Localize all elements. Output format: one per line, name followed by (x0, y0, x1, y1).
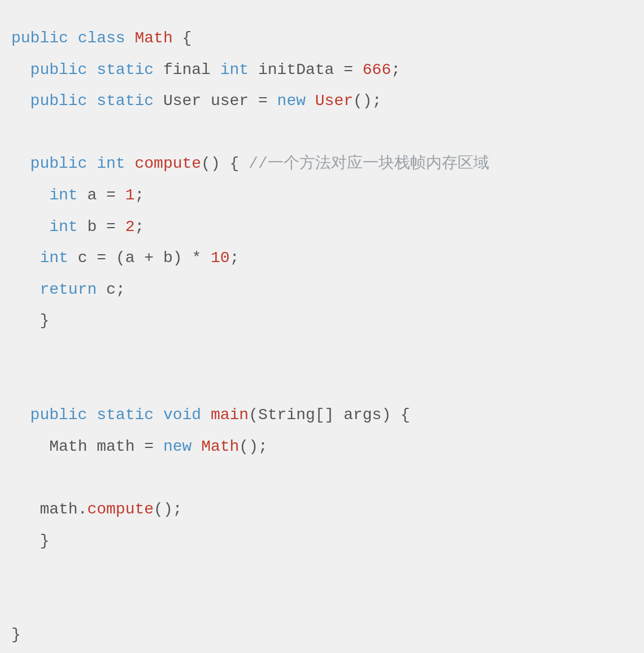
code-line-20: } (11, 619, 633, 651)
brace-open: { (182, 29, 192, 47)
class-name-math: Math (134, 29, 172, 47)
multiply: * (192, 249, 201, 267)
keyword-new-2: new (163, 438, 192, 455)
code-line-9: return c; (11, 274, 633, 306)
code-line-2: public static final int initData = 666; (11, 54, 633, 86)
keyword-public-5: public (31, 406, 88, 424)
ref-a: a (125, 249, 135, 267)
code-line-16: math.compute(); (11, 494, 633, 525)
keyword-class: class (78, 29, 125, 47)
equals-b: = (106, 218, 116, 236)
parens-user: (); (353, 92, 381, 110)
number-10: 10 (211, 249, 230, 267)
brackets-string: [] (315, 406, 334, 424)
brace-compute-close: } (40, 312, 49, 329)
code-line-12 (11, 368, 633, 400)
method-compute: compute (134, 155, 201, 172)
code-viewer: public class Math { public static final … (11, 17, 633, 653)
ref-b: b (163, 249, 173, 267)
code-line-15 (11, 462, 633, 494)
var-a: a (87, 186, 97, 204)
equals-math: = (144, 438, 154, 455)
code-line-17: } (11, 525, 633, 557)
paren-main-open: ( (249, 406, 258, 424)
semi-a: ; (135, 186, 145, 204)
keyword-int-2: int (97, 155, 125, 172)
method-main: main (211, 406, 249, 424)
code-line-19 (11, 588, 633, 620)
keyword-public-2: public (31, 61, 88, 79)
brace-main-close: } (40, 532, 49, 550)
dot: . (78, 500, 88, 518)
var-initdata: initData (258, 61, 334, 79)
parens-math-new: (); (239, 438, 267, 455)
keyword-int-3: int (49, 186, 77, 204)
plus: + (144, 249, 154, 267)
var-c: c (78, 249, 88, 267)
class-math-new: Math (201, 438, 239, 455)
keyword-int: int (220, 61, 249, 79)
method-compute-call: compute (87, 500, 154, 518)
code-line-11 (11, 337, 633, 368)
ref-math: math (40, 500, 77, 518)
type-math: Math (49, 438, 87, 455)
comment-compute: //一个方法对应一块栈帧内存区域 (249, 155, 489, 172)
number-2: 2 (125, 218, 135, 236)
keyword-static-3: static (97, 406, 154, 424)
brace-compute-open: { (230, 155, 240, 172)
type-string: String (258, 406, 315, 424)
code-line-5: public int compute() { //一个方法对应一块栈帧内存区域 (11, 148, 633, 180)
var-b: b (87, 218, 97, 236)
param-args: args (343, 406, 381, 424)
class-user: User (315, 92, 353, 110)
keyword-final: final (163, 61, 211, 79)
equals-c: = (97, 249, 106, 267)
keyword-int-5: int (40, 249, 68, 267)
keyword-public-3: public (31, 92, 88, 110)
keyword-static-2: static (97, 92, 154, 110)
paren-close: ) (173, 249, 182, 267)
semi-c: ; (230, 249, 240, 267)
semicolon: ; (391, 61, 401, 79)
ref-c: c (106, 281, 116, 298)
number-1: 1 (125, 186, 135, 204)
equals-a: = (106, 186, 116, 204)
keyword-static: static (97, 61, 154, 79)
code-line-7: int b = 2; (11, 211, 633, 243)
equals: = (343, 61, 353, 79)
var-math: math (97, 438, 134, 455)
code-line-14: Math math = new Math(); (11, 431, 633, 463)
keyword-void: void (163, 406, 201, 424)
brace-class-close: } (11, 626, 21, 643)
code-line-4 (11, 117, 633, 149)
paren-main-close: ) (381, 406, 391, 424)
code-line-13: public static void main(String[] args) { (11, 399, 633, 431)
code-line-18 (11, 556, 633, 588)
semi-return: ; (116, 281, 125, 298)
keyword-public-4: public (31, 155, 88, 172)
keyword-public: public (11, 29, 68, 47)
code-line-10: } (11, 305, 633, 337)
equals-2: = (258, 92, 268, 110)
keyword-int-4: int (49, 218, 77, 236)
code-line-8: int c = (a + b) * 10; (11, 242, 633, 274)
parens-compute: () (201, 155, 220, 172)
keyword-new: new (277, 92, 306, 110)
var-user: user (211, 92, 249, 110)
code-line-3: public static User user = new User(); (11, 85, 633, 117)
type-user: User (163, 92, 201, 110)
parens-compute-call: (); (154, 500, 182, 518)
keyword-return: return (40, 281, 97, 298)
semi-b: ; (135, 218, 145, 236)
code-line-1: public class Math { (11, 23, 633, 54)
brace-main-open: { (401, 406, 410, 424)
paren-open: ( (116, 249, 125, 267)
code-line-6: int a = 1; (11, 180, 633, 211)
number-666: 666 (363, 61, 391, 79)
